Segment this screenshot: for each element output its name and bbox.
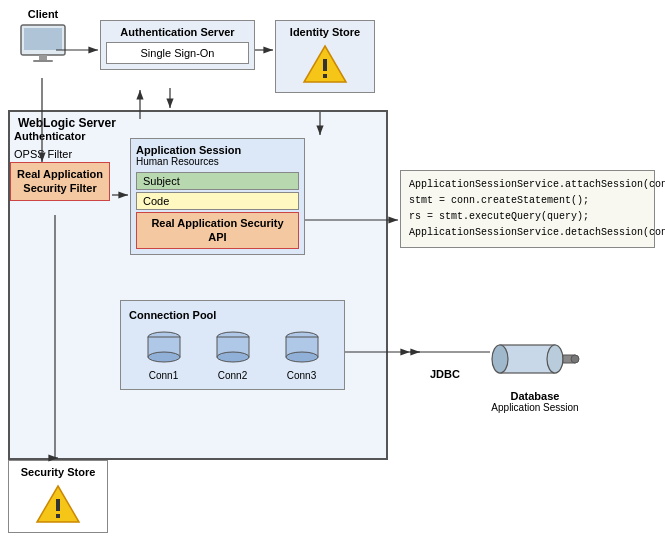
code-line-3: rs = stmt.executeQuery(query);	[409, 209, 646, 225]
app-session-db-label: Application Session	[490, 402, 580, 413]
svg-point-17	[492, 345, 508, 373]
ras-filter-box: Real Application Security Filter	[10, 162, 110, 201]
security-store-title: Security Store	[14, 466, 102, 478]
svg-rect-1	[24, 28, 62, 50]
conn1-label: Conn1	[145, 370, 183, 381]
svg-rect-6	[323, 74, 327, 78]
conn2-label: Conn2	[214, 370, 252, 381]
conn2-item: Conn2	[214, 327, 252, 381]
app-session-box: Application Session Human Resources Subj…	[130, 138, 305, 255]
svg-point-15	[286, 352, 318, 362]
subject-box: Subject	[136, 172, 299, 190]
warning-icon	[301, 43, 349, 87]
svg-rect-2	[39, 55, 47, 60]
app-session-subtitle: Human Resources	[136, 156, 299, 167]
database-icon	[490, 330, 580, 385]
monitor-icon	[19, 23, 67, 61]
svg-rect-22	[56, 499, 60, 511]
app-session-title: Application Session	[136, 144, 299, 156]
conn-pool-box: Connection Pool Conn1 Conn2	[120, 300, 345, 390]
conn3-item: Conn3	[283, 327, 321, 381]
client-box: Client	[8, 8, 78, 61]
diagram-container: Client Authentication Server Single Sign…	[0, 0, 665, 539]
database-box: Database Application Session	[490, 330, 580, 413]
svg-point-20	[571, 355, 579, 363]
ras-api-box: Real Application Security API	[136, 212, 299, 249]
database-label: Database	[490, 390, 580, 402]
identity-store-title: Identity Store	[281, 26, 369, 38]
code-box: Code	[136, 192, 299, 210]
svg-point-12	[217, 352, 249, 362]
code-line-1: ApplicationSessionService.attachSession(…	[409, 177, 646, 193]
svg-rect-23	[56, 514, 60, 518]
sso-label: Single Sign-On	[141, 47, 215, 59]
opss-label: OPSS Filter	[14, 148, 72, 160]
sso-box: Single Sign-On	[106, 42, 249, 64]
identity-store-box: Identity Store	[275, 20, 375, 93]
svg-point-18	[547, 345, 563, 373]
jdbc-label: JDBC	[430, 368, 460, 380]
conn3-label: Conn3	[283, 370, 321, 381]
security-store-box: Security Store	[8, 460, 108, 533]
svg-rect-3	[33, 60, 53, 62]
security-store-warning-icon	[14, 483, 102, 527]
code-line-2: stmt = conn.createStatement();	[409, 193, 646, 209]
svg-point-9	[148, 352, 180, 362]
client-label: Client	[8, 8, 78, 20]
authenticator-label: Authenticator	[14, 130, 86, 142]
conn-pool-title: Connection Pool	[129, 309, 336, 321]
code-line-4: ApplicationSessionService.detachSession(…	[409, 225, 646, 241]
conn-cylinders: Conn1 Conn2 Conn3	[129, 327, 336, 381]
auth-server-title: Authentication Server	[106, 26, 249, 38]
auth-server-box: Authentication Server Single Sign-On	[100, 20, 255, 70]
code-display: ApplicationSessionService.attachSession(…	[400, 170, 655, 248]
svg-rect-5	[323, 59, 327, 71]
conn1-item: Conn1	[145, 327, 183, 381]
